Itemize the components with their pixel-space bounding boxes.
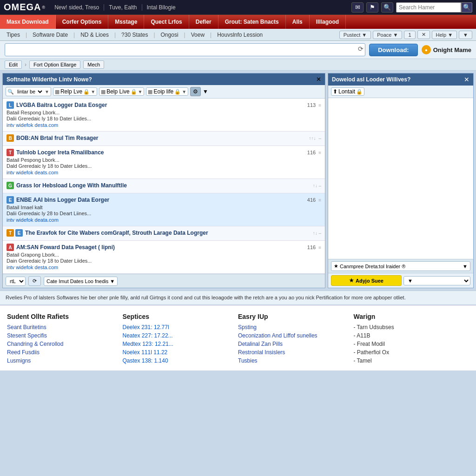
footer-link-1-0[interactable]: Deelex 231: 12.77l — [123, 324, 169, 331]
toolbar-expand-btn[interactable]: ▼ — [459, 31, 472, 39]
footer-link-1-4[interactable]: Qastex 138: 1.140 — [123, 357, 168, 364]
filter-lock-4[interactable]: 🔒 — [174, 89, 181, 95]
nav-item-grout[interactable]: Grout: Saten Bnacts — [218, 15, 286, 29]
right-panel-close-button[interactable]: ✕ — [464, 76, 469, 83]
footer-item-3-1[interactable]: - A11B — [354, 332, 463, 339]
result-arrows-6[interactable]: ≡ — [318, 245, 321, 250]
footer-link-1-2[interactable]: Medtex 123: 12.21... — [123, 341, 173, 347]
result-link-0[interactable]: intv widefok desta.com — [7, 122, 58, 128]
footer-item-0-4[interactable]: Lusmigns — [7, 357, 116, 364]
right-action-button[interactable]: ★ Adyjo Suee — [331, 275, 402, 286]
result-desc1-0: Batail Respong Lbork... — [7, 110, 321, 115]
fort-option-btn[interactable]: Fort Option Ellarge — [29, 60, 80, 69]
result-arrows-2[interactable]: ≡ — [318, 150, 321, 155]
result-arrows-4[interactable]: ≡ — [318, 198, 321, 203]
footer-item-0-2[interactable]: Chandring & Cenrollod — [7, 341, 116, 347]
right-filter-lock[interactable]: 🔒 — [356, 89, 363, 95]
nav-item-illlagood[interactable]: Illlagood — [310, 15, 346, 29]
nav-item-alls[interactable]: Alls — [286, 15, 310, 29]
toolbar-pustect-btn[interactable]: Pustect ▼ — [339, 31, 371, 39]
toolbar-link-states[interactable]: ?30 States — [119, 31, 151, 39]
right-action-area: ★ Adyjo Suee ▼ — [328, 273, 473, 288]
right-action-select[interactable]: ▼ — [403, 276, 470, 285]
nav-item-max-download[interactable]: Masx Download — [0, 15, 56, 29]
toolbar-poace-btn[interactable]: Poace ▼ — [373, 31, 402, 39]
footer-link-1-1[interactable]: Neatex 227: 17.22... — [123, 332, 173, 339]
footer-item-2-0[interactable]: Spsting — [238, 324, 347, 331]
header-link-1[interactable]: New! sided, Treso — [50, 4, 104, 11]
filter-arrow-3[interactable]: ▼ — [138, 89, 143, 94]
flag-icon-btn[interactable]: ⚑ — [366, 2, 378, 13]
footer-item-1-0[interactable]: Deelex 231: 12.77l — [123, 324, 231, 331]
footer-item-3-2[interactable]: - Freat Modil — [354, 341, 463, 347]
email-icon-btn[interactable]: ✉ — [351, 2, 364, 13]
footer-item-0-0[interactable]: Seant Buritetins — [7, 324, 116, 331]
footer-item-2-1[interactable]: Oeconization And Liffof sunelles — [238, 332, 347, 339]
result-meta-1: ↑↑↓ – — [309, 136, 321, 141]
toolbar-link-ongosi[interactable]: Ongosi — [158, 31, 181, 39]
nav-item-quect[interactable]: Quect Lrfos — [144, 15, 189, 29]
footer-item-0-1[interactable]: Stesent Specifis — [7, 332, 116, 339]
filter-arrow-2[interactable]: ▼ — [91, 89, 95, 94]
result-menu-1[interactable]: – — [318, 136, 321, 141]
right-footer-dropdown[interactable]: ★ Canmpree Dreta:tol Iraider ® ▼ — [331, 261, 470, 271]
mech-btn[interactable]: Mech — [83, 60, 104, 69]
filter-select-1[interactable]: lintar be — [15, 88, 44, 95]
left-footer-select[interactable]: rtL — [6, 277, 26, 286]
footer-item-3-0[interactable]: - Tarn Udsubses — [354, 324, 463, 331]
result-link-2[interactable]: intv widefok deats.com — [7, 170, 58, 175]
toolbar-link-houv[interactable]: Houvslnfo Lession — [214, 31, 265, 39]
toolbar-help-btn[interactable]: Help ▼ — [432, 31, 457, 39]
onight-icon: ● — [422, 45, 431, 54]
toolbar-num-btn[interactable]: 1 — [404, 31, 415, 39]
toolbar-link-software-date[interactable]: Software Date — [30, 31, 71, 39]
footer-item-1-4[interactable]: Qastex 138: 1.140 — [123, 357, 231, 364]
result-arrows-1[interactable]: ↑↑↓ — [309, 136, 316, 141]
nav-item-corfer[interactable]: Corfer Options — [56, 15, 109, 29]
footer-item-3-3[interactable]: - Patherfiol Ox — [354, 349, 463, 356]
filter-lock-3[interactable]: 🔒 — [131, 89, 137, 95]
filter-more-arrow[interactable]: ▼ — [203, 88, 208, 95]
result-header-0: L LVGBA Baitra Logger Data Eosger 113 ≡ — [7, 101, 321, 109]
nav-item-defler[interactable]: Defler — [189, 15, 218, 29]
footer-item-2-2[interactable]: Detalinal Zan Pills — [238, 341, 347, 347]
left-panel-close-button[interactable]: ✕ — [316, 76, 321, 83]
edit-btn[interactable]: Edit — [5, 60, 22, 69]
main-search-input[interactable]: Sokared Dater Welck — [5, 43, 365, 56]
header-search-button[interactable]: 🔍 — [461, 2, 472, 13]
search-icon-btn[interactable]: 🔍 — [381, 2, 393, 13]
header-link-3[interactable]: Intal Bllogie — [142, 4, 180, 11]
filter-arrow-1[interactable]: ▼ — [45, 89, 49, 94]
toolbar-link-nd[interactable]: ND & Lioes — [78, 31, 112, 39]
filter-arrow-4[interactable]: ▼ — [182, 89, 186, 94]
footer-item-1-1[interactable]: Neatex 227: 17.22... — [123, 332, 231, 339]
result-link-6[interactable]: intv widefok desta.com — [7, 264, 58, 270]
footer-item-2-3[interactable]: Restronlal Insislers — [238, 349, 347, 356]
filter-settings-btn[interactable]: ⚙ — [190, 87, 201, 96]
nav-item-msstage[interactable]: Msstage — [108, 15, 144, 29]
footer-item-1-3[interactable]: Noelex 111l 11.22 — [123, 349, 231, 356]
download-button[interactable]: Download: — [369, 44, 417, 56]
header-link-2[interactable]: Tuve, Ealth — [104, 4, 142, 11]
footer-item-1-2[interactable]: Medtex 123: 12.21... — [123, 341, 231, 347]
footer-item-3-4[interactable]: - Tamel — [354, 357, 463, 364]
result-link-4[interactable]: intv widefok deata.com — [7, 217, 59, 223]
result-title-text-2: Tulnlob Locger Ireta Rmalilbance — [16, 149, 104, 156]
result-arrows-5[interactable]: ↑↓ – — [313, 231, 321, 236]
right-action-label: Adyjo Suee — [356, 278, 383, 284]
result-arrows-3[interactable]: ↑↓ – — [313, 183, 321, 188]
result-arrows-0[interactable]: ≡ — [318, 103, 321, 108]
toolbar-link-voew[interactable]: Voew — [188, 31, 207, 39]
header-search-input[interactable] — [396, 2, 461, 13]
footer-item-2-4[interactable]: Tusbies — [238, 357, 347, 364]
toolbar-link-tipes[interactable]: Tipes — [4, 31, 23, 39]
filter-group-3: ▦ Belp Live 🔒 ▼ — [99, 87, 144, 96]
toolbar-close-btn[interactable]: ✕ — [417, 30, 430, 39]
filter-lock-2[interactable]: 🔒 — [83, 89, 90, 95]
footer-link-1-3[interactable]: Noelex 111l 11.22 — [123, 349, 168, 356]
left-footer-refresh-btn[interactable]: ⟳ — [28, 276, 41, 286]
result-title-0: L LVGBA Baitra Logger Data Eosger — [7, 101, 107, 109]
footer-item-0-3[interactable]: Reed Fusdiis — [7, 349, 116, 356]
left-footer-dropdown[interactable]: Cate Imut Dates Loo fnedis ▼ — [44, 277, 118, 286]
refresh-icon-btn[interactable]: ⟳ — [358, 45, 364, 53]
